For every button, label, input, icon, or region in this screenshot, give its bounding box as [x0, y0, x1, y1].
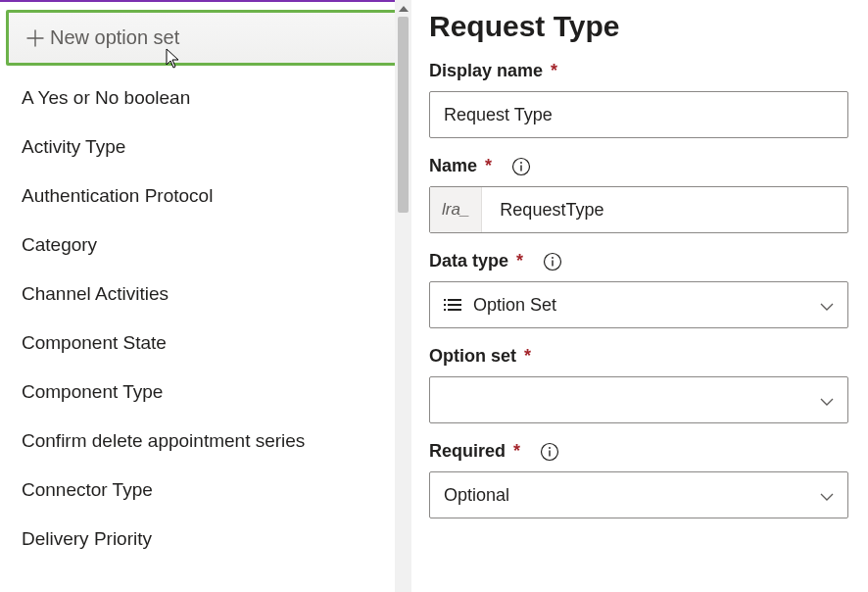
new-option-set-button[interactable]: New option set — [6, 10, 406, 66]
name-input[interactable]: lra_ RequestType — [429, 186, 848, 233]
svg-rect-2 — [520, 165, 521, 171]
option-set-list: A Yes or No boolean Activity Type Authen… — [0, 74, 411, 564]
info-icon[interactable] — [511, 157, 531, 176]
svg-point-13 — [549, 447, 551, 449]
list-item[interactable]: Category — [0, 221, 411, 270]
chevron-down-icon — [820, 295, 834, 316]
scrollbar-thumb[interactable] — [398, 17, 409, 213]
required-asterisk: * — [524, 346, 531, 367]
svg-rect-6 — [444, 299, 446, 301]
cursor-icon — [164, 48, 181, 70]
option-set-select[interactable] — [429, 376, 848, 423]
plus-icon — [26, 29, 44, 47]
display-name-input[interactable]: Request Type — [429, 91, 848, 138]
list-item[interactable]: A Yes or No boolean — [0, 74, 411, 123]
required-asterisk: * — [516, 251, 523, 271]
list-item[interactable]: Connector Type — [0, 466, 411, 515]
required-select[interactable]: Optional — [429, 471, 848, 518]
required-asterisk: * — [513, 441, 520, 462]
scroll-up-arrow-icon[interactable] — [395, 0, 411, 17]
svg-rect-10 — [444, 309, 446, 311]
svg-rect-5 — [552, 260, 553, 266]
name-group: Name * lra_ RequestType — [429, 156, 848, 233]
list-item[interactable]: Channel Activities — [0, 270, 411, 319]
required-group: Required * Optional — [429, 441, 848, 518]
list-item[interactable]: Component State — [0, 319, 411, 368]
list-item[interactable]: Delivery Priority — [0, 515, 411, 564]
field-properties-panel: Request Type Display name * Request Type… — [411, 0, 868, 592]
new-option-set-label: New option set — [50, 26, 179, 49]
list-item[interactable]: Component Type — [0, 368, 411, 417]
info-icon[interactable] — [540, 442, 559, 462]
required-asterisk: * — [551, 61, 557, 81]
svg-point-4 — [552, 257, 554, 259]
scrollbar[interactable] — [395, 0, 411, 592]
required-label: Required * — [429, 441, 848, 462]
svg-rect-8 — [444, 304, 446, 306]
option-set-icon — [444, 298, 461, 312]
svg-rect-9 — [448, 304, 461, 306]
chevron-down-icon — [820, 390, 834, 411]
required-asterisk: * — [485, 156, 492, 176]
option-set-sidebar: New option set A Yes or No boolean Activ… — [0, 0, 411, 592]
page-title: Request Type — [429, 10, 848, 43]
list-item[interactable]: Authentication Protocol — [0, 172, 411, 221]
name-value: RequestType — [482, 200, 621, 221]
display-name-label: Display name * — [429, 61, 848, 81]
option-set-group: Option set * — [429, 346, 848, 423]
chevron-down-icon — [820, 485, 834, 506]
svg-point-1 — [520, 162, 522, 164]
svg-rect-14 — [549, 450, 550, 456]
data-type-label: Data type * — [429, 251, 848, 271]
info-icon[interactable] — [543, 252, 562, 271]
name-label: Name * — [429, 156, 848, 176]
option-set-label: Option set * — [429, 346, 848, 367]
list-item[interactable]: Activity Type — [0, 123, 411, 172]
svg-rect-11 — [448, 309, 461, 311]
name-prefix: lra_ — [430, 187, 482, 232]
data-type-select[interactable]: Option Set — [429, 281, 848, 328]
display-name-group: Display name * Request Type — [429, 61, 848, 138]
svg-rect-7 — [448, 299, 461, 301]
data-type-group: Data type * Option Set — [429, 251, 848, 328]
list-item[interactable]: Confirm delete appointment series — [0, 417, 411, 466]
